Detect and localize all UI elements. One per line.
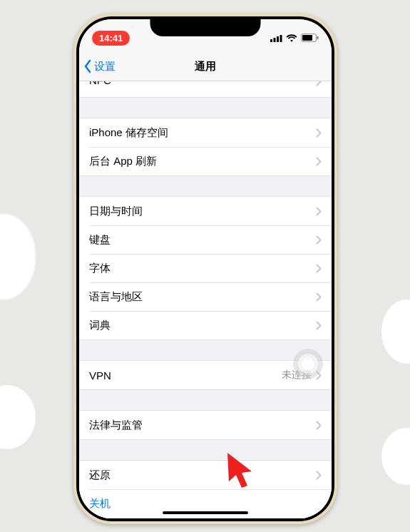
chevron-right-icon: [316, 292, 322, 302]
assistive-touch-inner: [298, 354, 318, 374]
chevron-right-icon: [316, 81, 322, 86]
row-label: 字体: [89, 262, 111, 275]
row-label: iPhone 储存空间: [89, 126, 168, 140]
assistive-touch-core: [302, 357, 314, 370]
row-label: 日期与时间: [89, 205, 143, 218]
row-language-region[interactable]: 语言与地区: [79, 282, 332, 311]
row-label: 还原: [89, 469, 111, 482]
row-legal-regulatory[interactable]: 法律与监管: [79, 411, 332, 439]
svg-rect-3: [280, 35, 282, 42]
svg-rect-5: [302, 35, 312, 41]
chevron-right-icon: [316, 264, 322, 273]
notch: [150, 16, 261, 36]
assistive-touch-button[interactable]: [293, 349, 323, 379]
back-label: 设置: [94, 60, 116, 73]
row-date-time[interactable]: 日期与时间: [79, 197, 332, 225]
row-label: VPN: [89, 369, 111, 382]
group-storage: iPhone 储存空间 后台 App 刷新: [79, 118, 332, 176]
row-reset[interactable]: 还原: [79, 461, 332, 489]
chevron-right-icon: [316, 207, 322, 216]
status-time-recording[interactable]: 14:41: [92, 31, 130, 46]
chevron-right-icon: [316, 157, 322, 166]
row-label: 后台 App 刷新: [89, 155, 157, 168]
battery-icon: [301, 34, 319, 42]
phone-bezel: 14:41 设置 通用 NFC: [76, 16, 334, 521]
screen: 14:41 设置 通用 NFC: [79, 19, 332, 518]
svg-rect-0: [270, 39, 272, 42]
background-blob: [0, 385, 36, 449]
cellular-icon: [270, 34, 282, 42]
nav-title: 通用: [195, 60, 216, 73]
chevron-right-icon: [316, 421, 322, 430]
nav-bar: 设置 通用: [79, 52, 332, 81]
wifi-icon: [286, 34, 297, 42]
chevron-left-icon: [83, 59, 92, 73]
svg-rect-2: [277, 36, 279, 42]
chevron-right-icon: [316, 321, 322, 330]
row-label: 法律与监管: [89, 419, 143, 432]
row-fonts[interactable]: 字体: [79, 254, 332, 282]
group-reset: 还原 关机: [79, 460, 332, 518]
row-label: 关机: [89, 497, 111, 511]
chevron-right-icon: [316, 235, 322, 245]
row-label: NFC: [89, 81, 111, 86]
background-blob: [381, 300, 410, 364]
settings-content[interactable]: NFC iPhone 储存空间 后台 App 刷新: [79, 81, 332, 518]
row-dictionary[interactable]: 词典: [79, 311, 332, 339]
group-partial: NFC: [79, 81, 332, 98]
back-button[interactable]: 设置: [83, 52, 116, 81]
row-label: 语言与地区: [89, 290, 143, 304]
row-nfc[interactable]: NFC: [79, 81, 332, 97]
svg-rect-1: [274, 38, 276, 42]
row-iphone-storage[interactable]: iPhone 储存空间: [79, 118, 332, 147]
row-label: 键盘: [89, 233, 111, 247]
background-blob: [0, 214, 36, 300]
status-icons: [270, 34, 319, 42]
row-background-app-refresh[interactable]: 后台 App 刷新: [79, 147, 332, 175]
svg-rect-6: [317, 36, 319, 39]
home-indicator[interactable]: [163, 511, 248, 514]
group-general: 日期与时间 键盘 字体 语言与地区: [79, 196, 332, 340]
phone-frame: 14:41 设置 通用 NFC: [73, 14, 337, 524]
row-keyboard[interactable]: 键盘: [79, 225, 332, 254]
background-blob: [381, 428, 410, 485]
chevron-right-icon: [316, 471, 322, 480]
row-label: 词典: [89, 319, 111, 332]
chevron-right-icon: [316, 128, 322, 138]
group-legal: 法律与监管: [79, 410, 332, 440]
